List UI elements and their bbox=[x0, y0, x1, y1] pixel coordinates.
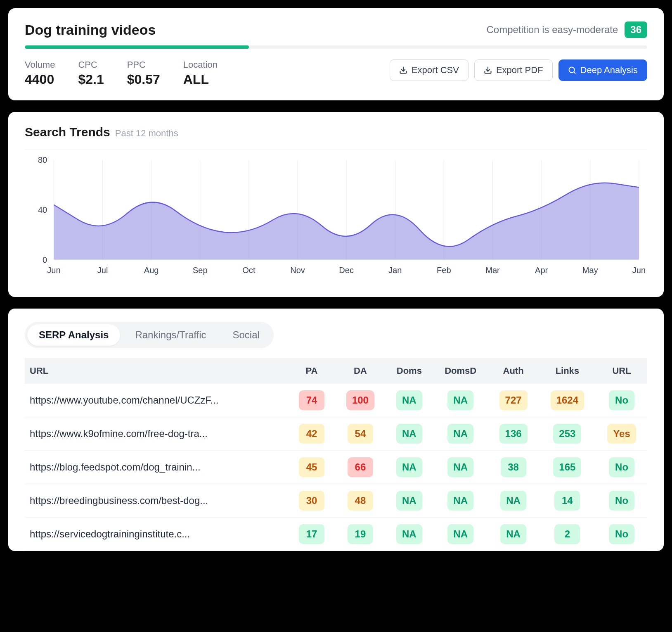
value-pill: 38 bbox=[501, 457, 526, 477]
column-header: Auth bbox=[488, 358, 539, 384]
value-pill: 19 bbox=[348, 524, 373, 544]
svg-text:Dec: Dec bbox=[339, 266, 354, 275]
url-cell[interactable]: https://servicedogtraininginstitute.c... bbox=[25, 517, 288, 551]
svg-text:Oct: Oct bbox=[242, 266, 256, 275]
metric-cell: NA bbox=[488, 484, 539, 517]
tab-rankings-traffic[interactable]: Rankings/Traffic bbox=[123, 324, 218, 346]
column-header: URL bbox=[25, 358, 288, 384]
svg-text:80: 80 bbox=[38, 155, 47, 164]
metric-cell: 14 bbox=[539, 484, 596, 517]
deep-analysis-button[interactable]: Deep Analysis bbox=[558, 59, 647, 81]
table-row: https://blog.feedspot.com/dog_trainin...… bbox=[25, 450, 647, 484]
svg-text:Jun: Jun bbox=[632, 266, 646, 275]
table-row: https://servicedogtraininginstitute.c...… bbox=[25, 517, 647, 551]
value-pill: 136 bbox=[499, 424, 528, 444]
value-pill: No bbox=[609, 491, 634, 511]
deep-analysis-label: Deep Analysis bbox=[580, 65, 638, 76]
value-pill: NA bbox=[447, 457, 473, 477]
metric-cell: 48 bbox=[335, 484, 386, 517]
metric-cell: NA bbox=[433, 450, 488, 484]
table-header-row: URLPADADomsDomsDAuthLinksURL bbox=[25, 358, 647, 384]
table-row: https://breedingbusiness.com/best-dog...… bbox=[25, 484, 647, 517]
competition-progress-track bbox=[25, 45, 647, 49]
value-pill: 1624 bbox=[551, 390, 584, 410]
export-pdf-label: Export PDF bbox=[496, 65, 543, 76]
tab-social[interactable]: Social bbox=[221, 324, 271, 346]
tab-serp-analysis[interactable]: SERP Analysis bbox=[27, 324, 120, 346]
metric-cell: No bbox=[596, 450, 647, 484]
metric-cell: NA bbox=[433, 384, 488, 417]
metric-cell: 1624 bbox=[539, 384, 596, 417]
value-pill: 42 bbox=[299, 424, 324, 444]
svg-text:Mar: Mar bbox=[485, 266, 500, 275]
table-row: https://www.youtube.com/channel/UCZzF...… bbox=[25, 384, 647, 417]
column-header: URL bbox=[596, 358, 647, 384]
metrics-row: Volume 4400CPC $2.1PPC $0.57Location ALL… bbox=[25, 59, 647, 87]
svg-text:Apr: Apr bbox=[535, 266, 548, 275]
metric-value: $2.1 bbox=[78, 72, 104, 87]
value-pill: 17 bbox=[299, 524, 324, 544]
value-pill: 2 bbox=[554, 524, 580, 544]
svg-text:Jul: Jul bbox=[97, 266, 108, 275]
score-badge: 36 bbox=[625, 21, 647, 38]
svg-text:Jan: Jan bbox=[388, 266, 402, 275]
url-cell[interactable]: https://www.youtube.com/channel/UCZzF... bbox=[25, 384, 288, 417]
analysis-tabbar: SERP AnalysisRankings/TrafficSocial bbox=[25, 322, 274, 348]
metric-cell: NA bbox=[386, 417, 433, 450]
metric-cell: 38 bbox=[488, 450, 539, 484]
url-cell[interactable]: https://breedingbusiness.com/best-dog... bbox=[25, 484, 288, 517]
analysis-card: SERP AnalysisRankings/TrafficSocial URLP… bbox=[8, 309, 664, 551]
metric-cell: Yes bbox=[596, 417, 647, 450]
value-pill: Yes bbox=[607, 424, 636, 444]
url-cell[interactable]: https://blog.feedspot.com/dog_trainin... bbox=[25, 450, 288, 484]
svg-text:May: May bbox=[582, 266, 598, 275]
table-body: https://www.youtube.com/channel/UCZzF...… bbox=[25, 384, 647, 551]
keyword-title: Dog training videos bbox=[25, 22, 156, 38]
metric-cell: 136 bbox=[488, 417, 539, 450]
metric-cell: No bbox=[596, 384, 647, 417]
metric-value: 4400 bbox=[25, 72, 55, 87]
metric-cell: 54 bbox=[335, 417, 386, 450]
metric-cell: NA bbox=[433, 417, 488, 450]
column-header: DA bbox=[335, 358, 386, 384]
trends-title: Search Trends bbox=[25, 125, 110, 139]
metric-cell: 66 bbox=[335, 450, 386, 484]
export-csv-label: Export CSV bbox=[412, 65, 459, 76]
trends-header: Search Trends Past 12 months bbox=[25, 125, 647, 139]
download-icon bbox=[484, 66, 492, 74]
metric-cell: 165 bbox=[539, 450, 596, 484]
value-pill: NA bbox=[447, 424, 473, 444]
value-pill: 54 bbox=[348, 424, 373, 444]
column-header: Links bbox=[539, 358, 596, 384]
metric-cell: NA bbox=[386, 384, 433, 417]
metric-cell: 30 bbox=[288, 484, 335, 517]
metric-value: $0.57 bbox=[127, 72, 160, 87]
metric-value: ALL bbox=[183, 72, 218, 87]
value-pill: NA bbox=[396, 491, 422, 511]
value-pill: NA bbox=[396, 424, 422, 444]
column-header: PA bbox=[288, 358, 335, 384]
metric-label: PPC bbox=[127, 59, 160, 70]
column-header: Doms bbox=[386, 358, 433, 384]
export-pdf-button[interactable]: Export PDF bbox=[474, 59, 553, 81]
metric-label: CPC bbox=[78, 59, 104, 70]
svg-text:Aug: Aug bbox=[144, 266, 159, 275]
metric-cell: 74 bbox=[288, 384, 335, 417]
metric-label: Location bbox=[183, 59, 218, 70]
metric-cell: No bbox=[596, 484, 647, 517]
metric-cell: 253 bbox=[539, 417, 596, 450]
metric-cell: 2 bbox=[539, 517, 596, 551]
metric-cell: 42 bbox=[288, 417, 335, 450]
svg-text:Nov: Nov bbox=[290, 266, 305, 275]
metric-cell: NA bbox=[386, 484, 433, 517]
metric-cell: 17 bbox=[288, 517, 335, 551]
trends-subtitle: Past 12 months bbox=[115, 128, 178, 139]
metric-label: Volume bbox=[25, 59, 55, 70]
metric-cell: 100 bbox=[335, 384, 386, 417]
value-pill: 727 bbox=[499, 390, 528, 410]
actions: Export CSV Export PDF Deep Analysis bbox=[390, 59, 647, 81]
metric: PPC $0.57 bbox=[127, 59, 160, 87]
url-cell[interactable]: https://www.k9ofmine.com/free-dog-tra... bbox=[25, 417, 288, 450]
export-csv-button[interactable]: Export CSV bbox=[390, 59, 469, 81]
svg-text:40: 40 bbox=[38, 205, 47, 214]
